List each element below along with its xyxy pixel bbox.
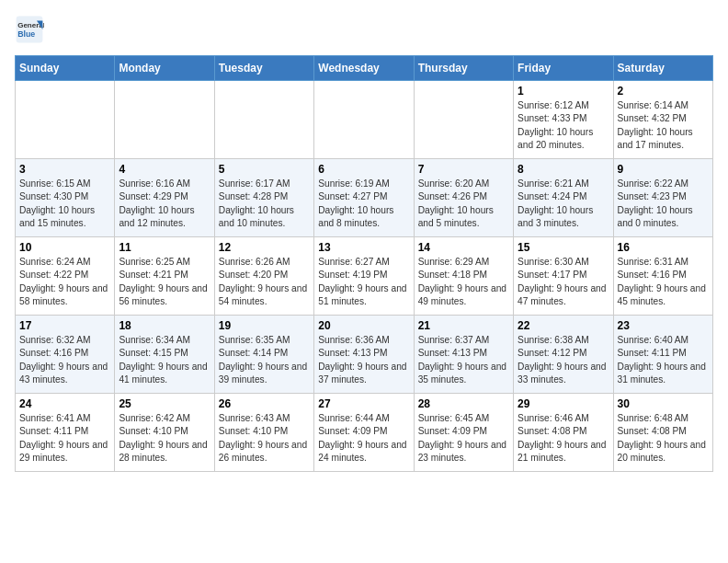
calendar-table: SundayMondayTuesdayWednesdayThursdayFrid… <box>15 55 713 472</box>
calendar-cell: 17Sunrise: 6:32 AMSunset: 4:16 PMDayligh… <box>16 316 115 394</box>
day-number: 1 <box>518 85 609 98</box>
calendar-cell: 1Sunrise: 6:12 AMSunset: 4:33 PMDaylight… <box>514 81 613 159</box>
day-info: Sunrise: 6:25 AMSunset: 4:21 PMDaylight:… <box>119 256 210 308</box>
calendar-cell: 4Sunrise: 6:16 AMSunset: 4:29 PMDaylight… <box>115 159 214 237</box>
calendar-cell <box>214 81 313 159</box>
calendar-cell <box>16 81 115 159</box>
calendar-cell: 30Sunrise: 6:48 AMSunset: 4:08 PMDayligh… <box>613 394 712 472</box>
day-number: 3 <box>19 163 110 176</box>
day-number: 17 <box>19 319 110 332</box>
day-info: Sunrise: 6:24 AMSunset: 4:22 PMDaylight:… <box>19 256 110 308</box>
day-number: 15 <box>518 241 609 254</box>
calendar-cell: 25Sunrise: 6:42 AMSunset: 4:10 PMDayligh… <box>115 394 214 472</box>
calendar-cell: 23Sunrise: 6:40 AMSunset: 4:11 PMDayligh… <box>613 316 712 394</box>
day-number: 2 <box>618 85 709 98</box>
day-number: 7 <box>418 163 509 176</box>
calendar-header-wednesday: Wednesday <box>314 56 414 81</box>
calendar-header-tuesday: Tuesday <box>214 56 313 81</box>
day-info: Sunrise: 6:26 AMSunset: 4:20 PMDaylight:… <box>219 256 310 308</box>
day-number: 18 <box>119 319 210 332</box>
day-number: 13 <box>318 241 409 254</box>
calendar-header-monday: Monday <box>115 56 214 81</box>
day-number: 9 <box>618 163 709 176</box>
svg-text:Blue: Blue <box>17 29 35 39</box>
day-number: 29 <box>518 397 609 410</box>
day-info: Sunrise: 6:29 AMSunset: 4:18 PMDaylight:… <box>418 256 509 308</box>
day-number: 19 <box>219 319 310 332</box>
day-info: Sunrise: 6:22 AMSunset: 4:23 PMDaylight:… <box>618 178 709 230</box>
calendar-header-saturday: Saturday <box>613 56 712 81</box>
calendar-cell: 13Sunrise: 6:27 AMSunset: 4:19 PMDayligh… <box>314 237 414 316</box>
day-number: 28 <box>418 397 509 410</box>
calendar-header-friday: Friday <box>514 56 613 81</box>
calendar-cell: 22Sunrise: 6:38 AMSunset: 4:12 PMDayligh… <box>514 316 613 394</box>
day-info: Sunrise: 6:21 AMSunset: 4:24 PMDaylight:… <box>518 178 609 230</box>
calendar-cell: 5Sunrise: 6:17 AMSunset: 4:28 PMDaylight… <box>214 159 313 237</box>
day-info: Sunrise: 6:34 AMSunset: 4:15 PMDaylight:… <box>119 334 210 386</box>
day-number: 8 <box>518 163 609 176</box>
page-header: General Blue <box>15 15 713 44</box>
calendar-header-sunday: Sunday <box>16 56 115 81</box>
day-info: Sunrise: 6:16 AMSunset: 4:29 PMDaylight:… <box>119 178 210 230</box>
day-number: 21 <box>418 319 509 332</box>
day-number: 23 <box>618 319 709 332</box>
day-info: Sunrise: 6:36 AMSunset: 4:13 PMDaylight:… <box>318 334 409 386</box>
calendar-week-row-1: 1Sunrise: 6:12 AMSunset: 4:33 PMDaylight… <box>16 81 713 159</box>
day-number: 12 <box>219 241 310 254</box>
calendar-cell: 10Sunrise: 6:24 AMSunset: 4:22 PMDayligh… <box>16 237 115 316</box>
day-info: Sunrise: 6:17 AMSunset: 4:28 PMDaylight:… <box>219 178 310 230</box>
calendar-cell: 26Sunrise: 6:43 AMSunset: 4:10 PMDayligh… <box>214 394 313 472</box>
day-info: Sunrise: 6:35 AMSunset: 4:14 PMDaylight:… <box>219 334 310 386</box>
day-number: 30 <box>618 397 709 410</box>
calendar-cell <box>115 81 214 159</box>
day-info: Sunrise: 6:32 AMSunset: 4:16 PMDaylight:… <box>19 334 110 386</box>
day-number: 25 <box>119 397 210 410</box>
day-number: 22 <box>518 319 609 332</box>
calendar-cell: 27Sunrise: 6:44 AMSunset: 4:09 PMDayligh… <box>314 394 414 472</box>
calendar-week-row-4: 17Sunrise: 6:32 AMSunset: 4:16 PMDayligh… <box>16 316 713 394</box>
day-info: Sunrise: 6:19 AMSunset: 4:27 PMDaylight:… <box>318 178 409 230</box>
calendar-cell: 29Sunrise: 6:46 AMSunset: 4:08 PMDayligh… <box>514 394 613 472</box>
day-info: Sunrise: 6:15 AMSunset: 4:30 PMDaylight:… <box>19 178 110 230</box>
day-info: Sunrise: 6:44 AMSunset: 4:09 PMDaylight:… <box>318 412 409 465</box>
day-number: 16 <box>618 241 709 254</box>
calendar-week-row-5: 24Sunrise: 6:41 AMSunset: 4:11 PMDayligh… <box>16 394 713 472</box>
calendar-cell: 16Sunrise: 6:31 AMSunset: 4:16 PMDayligh… <box>613 237 712 316</box>
calendar-cell: 24Sunrise: 6:41 AMSunset: 4:11 PMDayligh… <box>16 394 115 472</box>
day-info: Sunrise: 6:48 AMSunset: 4:08 PMDaylight:… <box>618 412 709 465</box>
calendar-cell: 6Sunrise: 6:19 AMSunset: 4:27 PMDaylight… <box>314 159 414 237</box>
day-number: 4 <box>119 163 210 176</box>
day-number: 11 <box>119 241 210 254</box>
day-info: Sunrise: 6:20 AMSunset: 4:26 PMDaylight:… <box>418 178 509 230</box>
calendar-cell: 15Sunrise: 6:30 AMSunset: 4:17 PMDayligh… <box>514 237 613 316</box>
calendar-cell: 14Sunrise: 6:29 AMSunset: 4:18 PMDayligh… <box>414 237 513 316</box>
day-info: Sunrise: 6:42 AMSunset: 4:10 PMDaylight:… <box>119 412 210 465</box>
day-info: Sunrise: 6:27 AMSunset: 4:19 PMDaylight:… <box>318 256 409 308</box>
calendar-cell: 19Sunrise: 6:35 AMSunset: 4:14 PMDayligh… <box>214 316 313 394</box>
calendar-cell: 8Sunrise: 6:21 AMSunset: 4:24 PMDaylight… <box>514 159 613 237</box>
day-number: 26 <box>219 397 310 410</box>
calendar-cell: 21Sunrise: 6:37 AMSunset: 4:13 PMDayligh… <box>414 316 513 394</box>
day-number: 20 <box>318 319 409 332</box>
day-info: Sunrise: 6:12 AMSunset: 4:33 PMDaylight:… <box>518 99 609 152</box>
day-info: Sunrise: 6:46 AMSunset: 4:08 PMDaylight:… <box>518 412 609 465</box>
calendar-cell <box>314 81 414 159</box>
day-number: 5 <box>219 163 310 176</box>
day-info: Sunrise: 6:38 AMSunset: 4:12 PMDaylight:… <box>518 334 609 386</box>
calendar-cell: 7Sunrise: 6:20 AMSunset: 4:26 PMDaylight… <box>414 159 513 237</box>
day-info: Sunrise: 6:31 AMSunset: 4:16 PMDaylight:… <box>618 256 709 308</box>
day-info: Sunrise: 6:37 AMSunset: 4:13 PMDaylight:… <box>418 334 509 386</box>
calendar-cell: 11Sunrise: 6:25 AMSunset: 4:21 PMDayligh… <box>115 237 214 316</box>
calendar-cell: 9Sunrise: 6:22 AMSunset: 4:23 PMDaylight… <box>613 159 712 237</box>
calendar-header-row: SundayMondayTuesdayWednesdayThursdayFrid… <box>16 56 713 81</box>
calendar-cell: 20Sunrise: 6:36 AMSunset: 4:13 PMDayligh… <box>314 316 414 394</box>
calendar-cell: 18Sunrise: 6:34 AMSunset: 4:15 PMDayligh… <box>115 316 214 394</box>
day-number: 14 <box>418 241 509 254</box>
day-number: 27 <box>318 397 409 410</box>
calendar-cell: 28Sunrise: 6:45 AMSunset: 4:09 PMDayligh… <box>414 394 513 472</box>
calendar-cell: 2Sunrise: 6:14 AMSunset: 4:32 PMDaylight… <box>613 81 712 159</box>
day-number: 24 <box>19 397 110 410</box>
day-number: 6 <box>318 163 409 176</box>
day-info: Sunrise: 6:40 AMSunset: 4:11 PMDaylight:… <box>618 334 709 386</box>
calendar-cell: 12Sunrise: 6:26 AMSunset: 4:20 PMDayligh… <box>214 237 313 316</box>
